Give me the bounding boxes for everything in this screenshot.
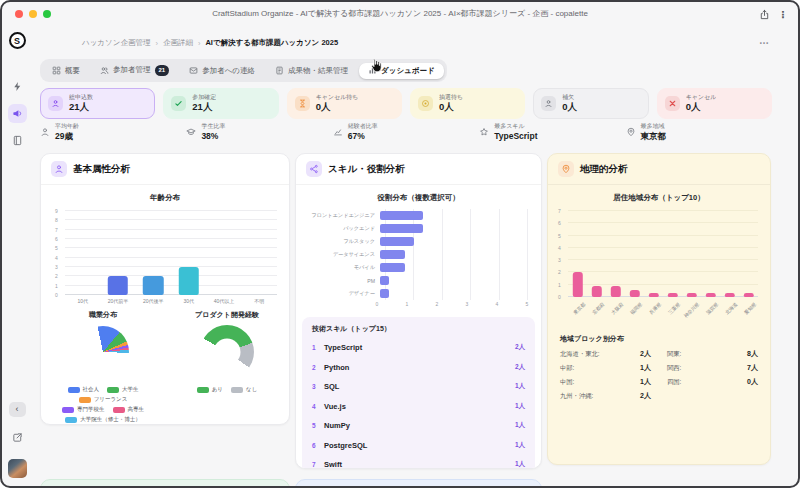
region-distribution-chart: 01234567東京都京都府大阪府福岡県兵庫県三重県神奈川県滋賀県北海道愛知県	[548, 211, 770, 326]
tab-contact[interactable]: 参加者への連絡	[180, 63, 264, 79]
stat-value: 67%	[348, 131, 378, 142]
external-link-icon[interactable]	[12, 429, 23, 447]
bar	[380, 276, 389, 285]
bar	[380, 289, 389, 298]
role-label: モバイル	[304, 264, 380, 271]
roles-plot: フロントエンドエンジニアバックエンドフルスタックデータサイエンスモバイルPMデザ…	[304, 209, 527, 300]
person-icon	[51, 161, 67, 177]
gridline	[568, 222, 758, 223]
breadcrumb-item[interactable]: 企画詳細	[163, 38, 193, 48]
minimize-window-button[interactable]	[29, 10, 37, 18]
x-tick-label: 5	[526, 301, 529, 307]
summary-cards: 総申込数21人参加確定21人キャンセル待ち0人抽選待ち0人補欠0人キャンセル0人	[40, 88, 772, 119]
regions-x-labels: 東京都京都府大阪府福岡県兵庫県三重県神奈川県滋賀県北海道愛知県	[568, 300, 758, 326]
region-blocks: 地域ブロック別分布 北海道・東北:2人関東:8人中部:1人関西:7人中国:1人四…	[560, 334, 758, 401]
x-tick-label: 神奈川県	[682, 301, 700, 319]
region-block-label: 中部:	[560, 364, 574, 373]
y-tick-label: 5	[558, 233, 561, 239]
breadcrumb-item[interactable]: AIで解決する都市課題ハッカソン 2025	[205, 38, 338, 48]
bar-chart-icon	[368, 66, 377, 75]
zoom-window-button[interactable]	[43, 10, 51, 18]
skill-name: Vue.js	[324, 402, 346, 411]
quick-stats: 平均年齢29歳学生比率38%経験者比率67%最多スキルTypeScript最多地…	[40, 123, 772, 142]
legend-label: あり	[212, 386, 223, 393]
y-tick-label: 6	[558, 220, 561, 226]
experience-chart: プロダクト開発経験 ありなし	[165, 310, 289, 423]
bar	[108, 276, 128, 295]
bar	[705, 293, 715, 297]
y-tick-label: 1	[558, 282, 561, 288]
stat-label: 最多地域	[641, 123, 667, 131]
y-tick-label: 3	[55, 264, 58, 270]
app-window: CraftStadium Organize - AIで解決する都市課題ハッカソン…	[0, 0, 800, 488]
notebook-icon[interactable]	[8, 131, 27, 150]
tab-overview[interactable]: 概要	[43, 63, 89, 79]
y-tick-label: 0	[558, 294, 561, 300]
card-value: 0人	[439, 101, 463, 113]
roles-bar-row: モバイル	[304, 261, 527, 274]
roles-chart-title: 役割分布（複数選択可）	[296, 193, 541, 203]
bar	[380, 250, 405, 259]
skill-name: NumPy	[324, 421, 350, 430]
roles-bar-row: フルスタック	[304, 235, 527, 248]
stat-experienced-ratio: 経験者比率67%	[333, 123, 479, 142]
user-icon	[48, 96, 63, 111]
legend-swatch	[62, 407, 74, 413]
user-avatar[interactable]	[8, 459, 27, 478]
bar	[178, 267, 198, 295]
tab-deliverables[interactable]: 成果物・結果管理	[266, 63, 357, 79]
bar	[591, 286, 601, 297]
craftstadium-logo: S	[9, 32, 26, 49]
role-label: フルスタック	[304, 238, 380, 245]
summary-card-total-applications: 総申込数21人	[40, 88, 155, 119]
y-tick-label: 9	[55, 208, 58, 214]
bar	[686, 293, 696, 297]
role-label: データサイエンス	[304, 251, 380, 258]
share-icon[interactable]	[759, 6, 770, 24]
card-value: 21人	[69, 101, 93, 113]
skill-list-item: 5NumPy1人	[312, 416, 525, 436]
tech-skills-block: 技術スキル（トップ15） 1TypeScript2人2Python2人3SQL1…	[302, 317, 535, 469]
breadcrumb-item[interactable]: ハッカソン企画管理	[82, 38, 150, 48]
skill-list-item: 7Swift1人	[312, 455, 525, 469]
megaphone-icon[interactable]	[8, 104, 27, 123]
experience-legend: ありなし	[197, 386, 258, 393]
legend-item: 専門学校生	[62, 406, 105, 413]
tab-participants[interactable]: 参加者管理21	[91, 62, 178, 78]
x-tick-label: 北海道	[723, 301, 737, 315]
window-menu-icon[interactable]: ⋮	[778, 8, 788, 22]
region-block-item: 関東:8人	[667, 349, 758, 359]
stat-average-age: 平均年齢29歳	[40, 123, 186, 142]
tab-label: 参加者管理	[113, 65, 151, 75]
region-block-item: 北海道・東北:2人	[560, 349, 651, 359]
card-label: 抽選待ち	[439, 94, 463, 102]
card-label: キャンセル待ち	[316, 94, 359, 102]
stat-label: 経験者比率	[348, 123, 378, 131]
sidebar-collapse-button[interactable]: ‹	[9, 402, 26, 417]
occupation-pie	[77, 326, 129, 378]
y-tick-label: 5	[55, 245, 58, 251]
role-label: PM	[304, 278, 380, 284]
stat-value: 29歳	[55, 131, 79, 142]
gridline	[65, 266, 277, 267]
x-tick-label: 2	[436, 301, 439, 307]
region-block-value: 2人	[640, 349, 651, 359]
roles-distribution-chart: フロントエンドエンジニアバックエンドフルスタックデータサイエンスモバイルPMデザ…	[296, 209, 541, 309]
y-tick-label: 1	[55, 283, 58, 289]
breadcrumb-separator: ›	[198, 39, 201, 48]
more-options-button[interactable]: …	[759, 35, 770, 46]
breadcrumb: ハッカソン企画管理›企画詳細›AIで解決する都市課題ハッカソン 2025	[82, 38, 338, 48]
analysis-panels: 基本属性分析 年齢分布 012345678910代20代前半20代後半30代40…	[40, 153, 771, 469]
close-window-button[interactable]	[15, 10, 23, 18]
network-nodes-icon	[306, 161, 322, 177]
x-tick-label: 10代	[65, 298, 100, 304]
age-plot: 0123456789	[65, 211, 277, 295]
bar	[380, 211, 423, 220]
tab-dashboard[interactable]: ダッシュボード	[359, 63, 444, 79]
region-block-label: 中国:	[560, 378, 574, 387]
bar	[380, 237, 414, 246]
stat-top-region: 最多地域東京都	[626, 123, 772, 142]
bolt-icon[interactable]	[8, 77, 27, 96]
breadcrumb-separator: ›	[155, 39, 158, 48]
main-content: ハッカソン企画管理›企画詳細›AIで解決する都市課題ハッカソン 2025 … 概…	[32, 26, 798, 486]
